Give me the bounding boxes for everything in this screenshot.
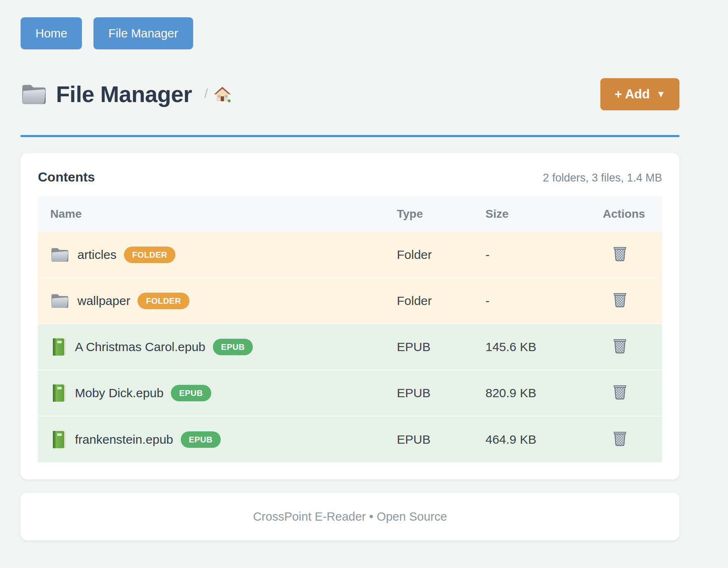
delete-button[interactable] <box>603 245 627 261</box>
delete-button[interactable] <box>603 384 627 400</box>
green-book-icon <box>50 384 67 403</box>
add-button-label: + Add <box>614 87 650 102</box>
column-header-name: Name <box>38 196 397 232</box>
green-book-icon <box>50 338 67 356</box>
contents-summary: 2 folders, 3 files, 1.4 MB <box>543 172 662 184</box>
file-name-link[interactable]: Moby Dick.epub <box>75 386 163 400</box>
file-name-link[interactable]: wallpaper <box>77 294 130 308</box>
name-cell: articles FOLDER <box>38 232 397 278</box>
name-cell: frankenstein.epub EPUB <box>38 416 397 462</box>
page-header: File Manager / + Add ▼ <box>21 78 679 110</box>
size-cell: 820.9 KB <box>485 370 603 416</box>
page-container: Home File Manager File Manager / <box>21 0 679 540</box>
card-head: Contents 2 folders, 3 files, 1.4 MB <box>38 170 662 185</box>
type-badge: FOLDER <box>138 293 189 309</box>
table-row: frankenstein.epub EPUB EPUB 464.9 KB <box>38 416 662 462</box>
wastebasket-icon <box>613 338 627 354</box>
type-badge: FOLDER <box>124 247 175 263</box>
table-row: articles FOLDER Folder - <box>38 232 662 278</box>
delete-button[interactable] <box>603 291 627 307</box>
file-name-link[interactable]: articles <box>77 248 117 262</box>
delete-button[interactable] <box>603 338 627 354</box>
type-badge: EPUB <box>181 431 221 448</box>
breadcrumb-home-link[interactable] <box>214 86 231 102</box>
top-nav: Home File Manager <box>21 0 679 49</box>
name-cell: Moby Dick.epub EPUB <box>38 370 397 416</box>
file-name-link[interactable]: A Christmas Carol.epub <box>75 340 205 354</box>
wastebasket-icon <box>613 291 627 307</box>
table-header-row: Name Type Size Actions <box>38 196 662 232</box>
table-row: A Christmas Carol.epub EPUB EPUB 145.6 K… <box>38 324 662 370</box>
size-cell: 464.9 KB <box>485 416 603 462</box>
footer-text: CrossPoint E-Reader • Open Source <box>253 510 447 524</box>
name-cell: wallpaper FOLDER <box>38 278 397 324</box>
folder-icon <box>50 293 69 309</box>
files-table: Name Type Size Actions articles FOLDER <box>38 196 662 462</box>
actions-cell <box>603 232 662 278</box>
wastebasket-icon <box>613 384 627 400</box>
size-cell: - <box>485 232 603 278</box>
type-badge: EPUB <box>213 339 253 355</box>
green-book-icon <box>50 430 67 449</box>
breadcrumb-separator: / <box>204 87 208 102</box>
add-button[interactable]: + Add ▼ <box>600 78 679 110</box>
name-cell: A Christmas Carol.epub EPUB <box>38 324 397 370</box>
wastebasket-icon <box>613 430 627 446</box>
nav-file-manager-button[interactable]: File Manager <box>93 17 193 49</box>
type-cell: EPUB <box>397 416 485 462</box>
actions-cell <box>603 416 662 462</box>
header-rule <box>21 135 679 137</box>
column-header-type: Type <box>397 196 485 232</box>
breadcrumb: / <box>204 86 231 102</box>
type-badge: EPUB <box>171 385 211 401</box>
delete-button[interactable] <box>603 430 627 446</box>
nav-home-button[interactable]: Home <box>21 17 82 49</box>
contents-card: Contents 2 folders, 3 files, 1.4 MB Name… <box>21 153 679 480</box>
size-cell: 145.6 KB <box>485 324 603 370</box>
type-cell: Folder <box>397 232 485 278</box>
folder-icon <box>21 83 47 106</box>
actions-cell <box>603 370 662 416</box>
column-header-size: Size <box>485 196 603 232</box>
house-icon <box>214 86 231 102</box>
type-cell: Folder <box>397 278 485 324</box>
type-cell: EPUB <box>397 324 485 370</box>
size-cell: - <box>485 278 603 324</box>
caret-down-icon: ▼ <box>656 90 665 99</box>
column-header-actions: Actions <box>603 196 662 232</box>
folder-icon <box>50 247 69 263</box>
table-row: Moby Dick.epub EPUB EPUB 820.9 KB <box>38 370 662 416</box>
contents-heading: Contents <box>38 170 95 185</box>
file-name-link[interactable]: frankenstein.epub <box>75 433 173 447</box>
page-title: File Manager <box>56 83 192 106</box>
actions-cell <box>603 278 662 324</box>
wastebasket-icon <box>613 245 627 261</box>
footer: CrossPoint E-Reader • Open Source <box>21 493 679 540</box>
table-row: wallpaper FOLDER Folder - <box>38 278 662 324</box>
actions-cell <box>603 324 662 370</box>
type-cell: EPUB <box>397 370 485 416</box>
